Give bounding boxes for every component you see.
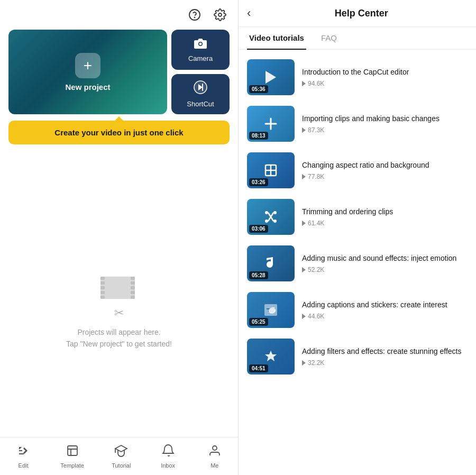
one-click-button[interactable]: Create your video in just one click	[8, 121, 230, 144]
play-icon-2	[302, 127, 306, 133]
nav-tutorial[interactable]: Tutorial	[105, 440, 137, 473]
svg-rect-12	[131, 277, 135, 280]
template-icon	[66, 444, 79, 460]
me-icon	[209, 444, 221, 460]
tutorial-item-5[interactable]: 05:28 Adding music and sound effects: in…	[239, 240, 476, 287]
tutorial-views-2: 87.3K	[302, 126, 468, 134]
svg-point-0	[189, 10, 200, 20]
tutorial-info-1: Introduction to the CapCut editor 94.6K	[302, 67, 468, 87]
play-icon-5	[302, 267, 306, 272]
svg-rect-9	[100, 286, 105, 289]
tutorial-thumb-5: 05:28	[247, 245, 295, 281]
back-button[interactable]: ‹	[247, 6, 251, 20]
project-area: + New project Camera	[0, 30, 238, 114]
tutorial-thumb-2: 08:13	[247, 106, 295, 142]
tutorial-info-4: Trimming and ordering clips 61.4K	[302, 207, 468, 227]
tutorial-info-5: Adding music and sound effects: inject e…	[302, 253, 468, 273]
duration-7: 04:51	[249, 364, 268, 372]
right-header: ‹ Help Center	[239, 0, 476, 27]
camera-button[interactable]: Camera	[171, 30, 230, 70]
tutorial-views-1: 94.6K	[302, 80, 468, 87]
left-panel: + New project Camera	[0, 0, 238, 475]
svg-rect-15	[131, 291, 135, 294]
right-panel: ‹ Help Center Video tutorials FAQ 05:36 …	[239, 0, 476, 475]
tab-video-tutorials[interactable]: Video tutorials	[247, 27, 306, 50]
nav-edit[interactable]: Edit	[7, 440, 39, 473]
svg-rect-17	[68, 446, 77, 455]
tutorials-list: 05:36 Introduction to the CapCut editor …	[239, 50, 476, 475]
tutorial-item-7[interactable]: 04:51 Adding filters and effects: create…	[239, 333, 476, 380]
tutorial-item-1[interactable]: 05:36 Introduction to the CapCut editor …	[239, 54, 476, 101]
right-tabs: Video tutorials FAQ	[239, 27, 476, 50]
tutorial-thumb-6: 05:25	[247, 292, 295, 328]
play-icon-4	[302, 221, 306, 226]
duration-3: 03:26	[249, 178, 268, 186]
play-icon-7	[302, 360, 306, 366]
tutorial-item-6[interactable]: 05:25 Adding captions and stickers: crea…	[239, 287, 476, 333]
nav-me[interactable]: Me	[199, 440, 231, 473]
svg-point-26	[273, 211, 277, 214]
play-icon-6	[302, 314, 306, 319]
help-center-title: Help Center	[255, 8, 468, 19]
duration-2: 08:13	[249, 132, 268, 140]
duration-6: 05:25	[249, 318, 268, 326]
shortcut-button[interactable]: ShortCut	[171, 74, 230, 114]
tutorial-info-6: Adding captions and stickers: create int…	[302, 300, 468, 320]
tutorial-item-3[interactable]: 03:26 Changing aspect ratio and backgrou…	[239, 147, 476, 194]
tutorial-title-4: Trimming and ordering clips	[302, 207, 468, 217]
me-label: Me	[210, 462, 218, 469]
tutorial-info-7: Adding filters and effects: create stunn…	[302, 346, 468, 367]
inbox-icon	[162, 444, 174, 460]
bottom-nav: Edit Template Tutorial	[0, 437, 238, 475]
nav-inbox[interactable]: Inbox	[152, 440, 184, 473]
tutorial-title-3: Changing aspect ratio and background	[302, 160, 468, 171]
shortcut-icon	[193, 80, 208, 98]
nav-template[interactable]: Template	[54, 440, 90, 473]
tutorial-title-2: Importing clips and making basic changes	[302, 114, 468, 124]
tutorial-item-4[interactable]: 03:06 Trimming and ordering clips 61.4K	[239, 194, 476, 240]
new-project-button[interactable]: + New project	[8, 30, 167, 114]
play-icon-3	[302, 174, 306, 179]
tutorial-thumb-4: 03:06	[247, 199, 295, 235]
svg-point-27	[273, 220, 277, 223]
svg-marker-28	[265, 351, 277, 361]
tutorial-views-3: 77.8K	[302, 173, 468, 180]
tutorial-item-2[interactable]: 08:13 Importing clips and making basic c…	[239, 101, 476, 147]
edit-icon	[17, 444, 30, 460]
svg-rect-6	[100, 277, 135, 299]
camera-label: Camera	[188, 54, 213, 62]
tutorial-views-7: 32.2K	[302, 359, 468, 367]
tutorial-title-5: Adding music and sound effects: inject e…	[302, 253, 468, 264]
svg-rect-11	[100, 296, 105, 299]
tab-faq[interactable]: FAQ	[319, 27, 339, 50]
tutorial-views-5: 52.2K	[302, 266, 468, 273]
film-strip-icon	[98, 274, 140, 303]
template-label: Template	[60, 462, 84, 469]
shortcut-label: ShortCut	[187, 100, 214, 108]
play-icon-1	[302, 81, 306, 86]
tutorial-info-2: Importing clips and making basic changes…	[302, 114, 468, 134]
svg-rect-13	[131, 281, 135, 285]
svg-point-24	[265, 211, 268, 214]
duration-5: 05:28	[249, 271, 268, 279]
svg-rect-7	[100, 277, 105, 280]
tutorial-title-6: Adding captions and stickers: create int…	[302, 300, 468, 310]
help-icon[interactable]	[185, 5, 204, 24]
tutorial-icon	[114, 444, 128, 460]
tutorial-views-4: 61.4K	[302, 220, 468, 227]
tutorial-views-6: 44.6K	[302, 313, 468, 320]
scissors-icon: ✂	[114, 306, 124, 320]
settings-icon[interactable]	[210, 5, 230, 24]
tutorial-thumb-7: 04:51	[247, 339, 295, 374]
left-header	[0, 0, 238, 30]
empty-text: Projects will appear here. Tap "New proj…	[66, 326, 172, 350]
svg-point-18	[213, 446, 217, 450]
svg-point-2	[218, 13, 222, 16]
tutorial-thumb-1: 05:36	[247, 59, 295, 95]
duration-4: 03:06	[249, 225, 268, 233]
new-project-label: New project	[65, 83, 110, 92]
svg-rect-14	[131, 286, 135, 289]
svg-rect-8	[100, 281, 105, 285]
svg-point-4	[199, 42, 202, 45]
tutorial-title-7: Adding filters and effects: create stunn…	[302, 346, 468, 357]
